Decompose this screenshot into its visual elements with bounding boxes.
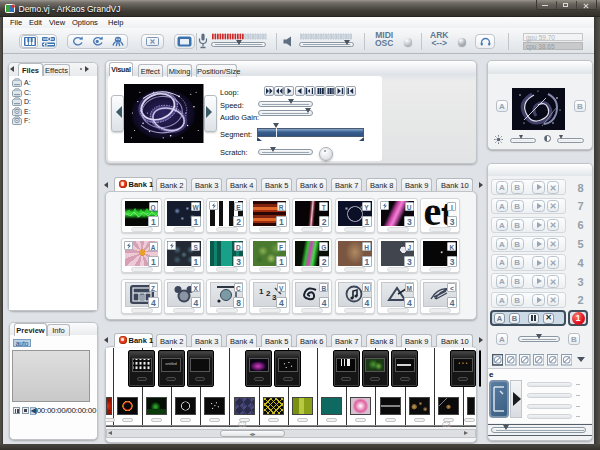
- svg-text:1: 1: [259, 287, 264, 296]
- svg-text:2: 2: [266, 289, 271, 298]
